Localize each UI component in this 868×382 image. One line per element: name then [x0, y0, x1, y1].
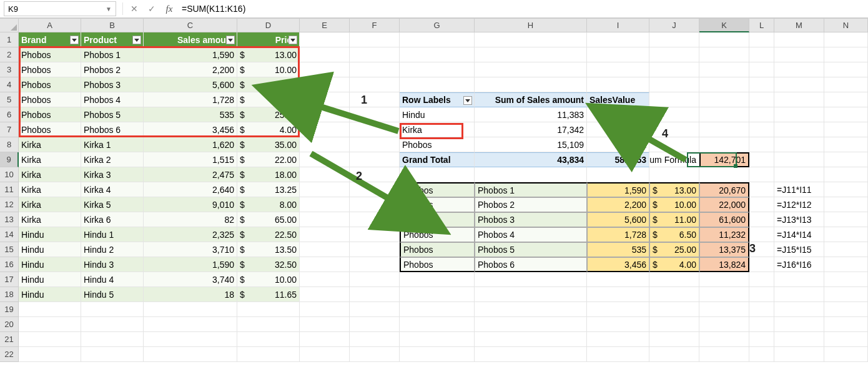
- pivot-header-rowlabels[interactable]: Row Labels: [400, 92, 475, 107]
- cells-area[interactable]: BrandProductSales amountPricePhobosPhobo…: [19, 32, 868, 362]
- detail-mul[interactable]: 22,000: [699, 197, 749, 212]
- table-cell-price[interactable]: $25.00: [237, 107, 300, 122]
- cell[interactable]: [144, 302, 237, 317]
- cell[interactable]: [649, 287, 699, 302]
- cell[interactable]: [237, 317, 300, 332]
- row-header-2[interactable]: 2: [0, 47, 19, 62]
- pivot-row-label[interactable]: Phobos: [400, 137, 475, 152]
- cell[interactable]: [400, 77, 475, 92]
- row-header-16[interactable]: 16: [0, 257, 19, 272]
- detail-price[interactable]: $6.50: [649, 227, 699, 242]
- cell[interactable]: [400, 62, 475, 77]
- column-header-c[interactable]: C: [144, 19, 237, 32]
- table-cell-product[interactable]: Phobos 3: [81, 77, 144, 92]
- cell[interactable]: [749, 182, 774, 197]
- cell[interactable]: [699, 287, 749, 302]
- table-header-sales[interactable]: Sales amount: [144, 32, 237, 47]
- cell[interactable]: [81, 302, 144, 317]
- cell[interactable]: [774, 317, 824, 332]
- cell[interactable]: [649, 77, 699, 92]
- cell[interactable]: [81, 317, 144, 332]
- cell[interactable]: [699, 332, 749, 347]
- cell[interactable]: [749, 272, 774, 287]
- detail-formula-text[interactable]: =J16*I16: [774, 257, 824, 272]
- cell[interactable]: [824, 272, 868, 287]
- cell[interactable]: [824, 62, 868, 77]
- detail-price[interactable]: $11.00: [649, 212, 699, 227]
- cell[interactable]: [699, 107, 749, 122]
- cell[interactable]: [699, 137, 749, 152]
- row-header-1[interactable]: 1: [0, 32, 19, 47]
- cell[interactable]: [144, 347, 237, 362]
- cell[interactable]: [475, 287, 587, 302]
- cell[interactable]: [300, 77, 350, 92]
- cell[interactable]: [400, 167, 475, 182]
- cell[interactable]: [300, 317, 350, 332]
- cell[interactable]: [824, 287, 868, 302]
- row-header-9[interactable]: 9: [0, 152, 19, 167]
- cell[interactable]: [350, 287, 400, 302]
- cell[interactable]: [300, 287, 350, 302]
- cell[interactable]: [749, 257, 774, 272]
- table-cell-brand[interactable]: Kirka: [19, 182, 81, 197]
- cell[interactable]: [350, 317, 400, 332]
- cell[interactable]: [824, 122, 868, 137]
- table-cell-brand[interactable]: Hindu: [19, 272, 81, 287]
- table-cell-product[interactable]: Hindu 5: [81, 287, 144, 302]
- table-cell-brand[interactable]: Kirka: [19, 137, 81, 152]
- cell[interactable]: [824, 107, 868, 122]
- cell[interactable]: [475, 317, 587, 332]
- table-header-brand[interactable]: Brand: [19, 32, 81, 47]
- cell[interactable]: [649, 332, 699, 347]
- cell[interactable]: [81, 347, 144, 362]
- cell[interactable]: [81, 332, 144, 347]
- cell[interactable]: [350, 272, 400, 287]
- pivot-row-label[interactable]: Kirka: [400, 122, 475, 137]
- cell[interactable]: [350, 212, 400, 227]
- table-cell-sales[interactable]: 1,620: [144, 137, 237, 152]
- column-header-e[interactable]: E: [300, 19, 350, 32]
- table-cell-brand[interactable]: Hindu: [19, 227, 81, 242]
- detail-sales[interactable]: 1,590: [587, 182, 649, 197]
- cell[interactable]: [774, 287, 824, 302]
- cell[interactable]: [749, 92, 774, 107]
- cell[interactable]: [749, 167, 774, 182]
- cell[interactable]: [749, 32, 774, 47]
- detail-price[interactable]: $13.00: [649, 182, 699, 197]
- cell[interactable]: [300, 197, 350, 212]
- table-cell-price[interactable]: $11.65: [237, 287, 300, 302]
- cell[interactable]: [699, 47, 749, 62]
- cell[interactable]: [824, 302, 868, 317]
- cell[interactable]: [300, 92, 350, 107]
- cell[interactable]: [587, 302, 649, 317]
- detail-brand[interactable]: Phobos: [400, 227, 475, 242]
- cell[interactable]: [749, 122, 774, 137]
- table-cell-brand[interactable]: Kirka: [19, 167, 81, 182]
- cell[interactable]: [300, 137, 350, 152]
- cell[interactable]: [300, 257, 350, 272]
- table-cell-sales[interactable]: 1,728: [144, 92, 237, 107]
- row-header-11[interactable]: 11: [0, 182, 19, 197]
- row-header-17[interactable]: 17: [0, 272, 19, 287]
- row-header-18[interactable]: 18: [0, 287, 19, 302]
- cell[interactable]: [300, 62, 350, 77]
- detail-brand[interactable]: Phobos: [400, 212, 475, 227]
- table-cell-price[interactable]: $11.00: [237, 77, 300, 92]
- cell[interactable]: [774, 92, 824, 107]
- cell[interactable]: [774, 62, 824, 77]
- cell[interactable]: [649, 122, 699, 137]
- cell[interactable]: [475, 347, 587, 362]
- cell[interactable]: [587, 287, 649, 302]
- cell[interactable]: [824, 92, 868, 107]
- cell[interactable]: [749, 302, 774, 317]
- row-header-8[interactable]: 8: [0, 137, 19, 152]
- cell[interactable]: [300, 227, 350, 242]
- cell[interactable]: [300, 152, 350, 167]
- table-cell-product[interactable]: Hindu 2: [81, 242, 144, 257]
- cell[interactable]: [749, 227, 774, 242]
- pivot-row-sum[interactable]: 17,342: [475, 122, 587, 137]
- cell[interactable]: [749, 347, 774, 362]
- table-cell-price[interactable]: $8.00: [237, 197, 300, 212]
- cell[interactable]: [824, 347, 868, 362]
- cell[interactable]: [587, 272, 649, 287]
